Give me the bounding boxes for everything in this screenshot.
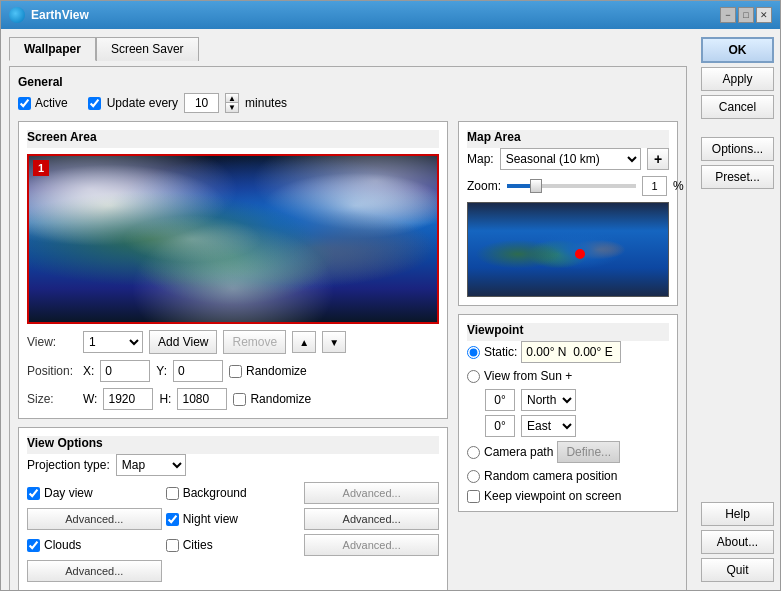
map-preview — [467, 202, 669, 297]
zoom-row: Zoom: % — [467, 176, 669, 196]
advanced-background-button[interactable]: Advanced... — [304, 482, 439, 504]
w-input[interactable] — [103, 388, 153, 410]
h-label: H: — [159, 392, 171, 406]
sun-label: View from Sun + — [484, 369, 572, 383]
preset-button[interactable]: Preset... — [701, 165, 774, 189]
spin-up-button[interactable]: ▲ — [225, 93, 239, 103]
advanced-clouds-button[interactable]: Advanced... — [27, 560, 162, 582]
background-checkbox[interactable] — [166, 487, 179, 500]
keep-viewpoint-checkbox[interactable] — [467, 490, 480, 503]
w-label: W: — [83, 392, 97, 406]
map-row: Map: Seasonal (10 km) + — [467, 148, 669, 170]
add-map-button[interactable]: + — [647, 148, 669, 170]
tab-bar: Wallpaper Screen Saver — [9, 37, 687, 61]
title-buttons: − □ ✕ — [720, 7, 772, 23]
advanced-cities-button[interactable]: Advanced... — [304, 534, 439, 556]
minimize-button[interactable]: − — [720, 7, 736, 23]
proj-select[interactable]: Map Globe Flat — [116, 454, 186, 476]
tab-wallpaper[interactable]: Wallpaper — [9, 37, 96, 61]
sun-controls-2: East West — [485, 415, 669, 437]
tab-screen-saver[interactable]: Screen Saver — [96, 37, 199, 61]
sun-controls-1: North South — [485, 389, 669, 411]
add-view-button[interactable]: Add View — [149, 330, 217, 354]
camera-path-label: Camera path — [484, 445, 553, 459]
vo-grid: Day view Background Advanced... Advanced… — [27, 482, 439, 582]
options-button[interactable]: Options... — [701, 137, 774, 161]
advanced-night-button[interactable]: Advanced... — [304, 508, 439, 530]
view-options-title: View Options — [27, 436, 439, 454]
screen-area-box: Screen Area 1 View: 1 — [18, 121, 448, 419]
background-label: Background — [183, 486, 247, 500]
y-input[interactable] — [173, 360, 223, 382]
view-select[interactable]: 1 — [83, 331, 143, 353]
main-area: Wallpaper Screen Saver General Active — [1, 29, 695, 590]
position-label: Position: — [27, 364, 77, 378]
randomize-size-label: Randomize — [250, 392, 311, 406]
remove-button[interactable]: Remove — [223, 330, 286, 354]
main-window: EarthView − □ ✕ Wallpaper Screen Saver G… — [0, 0, 781, 591]
apply-button[interactable]: Apply — [701, 67, 774, 91]
camera-path-radio[interactable] — [467, 446, 480, 459]
update-checkbox[interactable] — [88, 97, 101, 110]
sun-radio[interactable] — [467, 370, 480, 383]
h-input[interactable] — [177, 388, 227, 410]
sun-deg2-input[interactable] — [485, 415, 515, 437]
ok-button[interactable]: OK — [701, 37, 774, 63]
x-input[interactable] — [100, 360, 150, 382]
clouds-checkbox[interactable] — [27, 539, 40, 552]
title-bar-left: EarthView — [9, 7, 89, 23]
advanced-day-button[interactable]: Advanced... — [27, 508, 162, 530]
app-icon — [9, 7, 25, 23]
static-label: Static: — [484, 345, 517, 359]
zoom-label: Zoom: — [467, 179, 501, 193]
update-label: Update every — [107, 96, 178, 110]
define-button[interactable]: Define... — [557, 441, 620, 463]
update-value-input[interactable] — [184, 93, 219, 113]
randomize-pos-label: Randomize — [246, 364, 307, 378]
zoom-slider[interactable] — [507, 184, 636, 188]
nav-up-button[interactable]: ▲ — [292, 331, 316, 353]
cloud-overlay — [29, 156, 437, 322]
day-view-row: Day view — [27, 486, 162, 500]
active-checkbox[interactable] — [18, 97, 31, 110]
sun-dir2-select[interactable]: East West — [521, 415, 576, 437]
viewpoint-title: Viewpoint — [467, 323, 669, 341]
maximize-button[interactable]: □ — [738, 7, 754, 23]
about-button[interactable]: About... — [701, 530, 774, 554]
screen-area-title: Screen Area — [27, 130, 439, 148]
active-group: Active — [18, 96, 68, 110]
night-view-label: Night view — [183, 512, 238, 526]
map-select[interactable]: Seasonal (10 km) — [500, 148, 641, 170]
proj-label: Projection type: — [27, 458, 110, 472]
right-panel: Map Area Map: Seasonal (10 km) + Zoom: — [458, 121, 678, 590]
help-button[interactable]: Help — [701, 502, 774, 526]
left-panel: Screen Area 1 View: 1 — [18, 121, 448, 590]
close-button[interactable]: ✕ — [756, 7, 772, 23]
title-bar: EarthView − □ ✕ — [1, 1, 780, 29]
view-badge: 1 — [33, 160, 49, 176]
cities-checkbox[interactable] — [166, 539, 179, 552]
two-panel: Screen Area 1 View: 1 — [18, 121, 678, 590]
content-area: Wallpaper Screen Saver General Active — [1, 29, 780, 590]
static-radio[interactable] — [467, 346, 480, 359]
keep-viewpoint-label: Keep viewpoint on screen — [484, 489, 621, 503]
sun-dir1-select[interactable]: North South — [521, 389, 576, 411]
day-view-checkbox[interactable] — [27, 487, 40, 500]
map-location-dot — [575, 249, 585, 259]
general-title: General — [18, 75, 678, 93]
randomize-pos-checkbox[interactable] — [229, 365, 242, 378]
quit-button[interactable]: Quit — [701, 558, 774, 582]
night-view-checkbox[interactable] — [166, 513, 179, 526]
map-area-title: Map Area — [467, 130, 669, 148]
viewpoint-box: Viewpoint Static: View from Sun + — [458, 314, 678, 512]
random-camera-radio[interactable] — [467, 470, 480, 483]
nav-down-button[interactable]: ▼ — [322, 331, 346, 353]
map-area-box: Map Area Map: Seasonal (10 km) + Zoom: — [458, 121, 678, 306]
randomize-size-checkbox[interactable] — [233, 393, 246, 406]
zoom-value-input[interactable] — [642, 176, 667, 196]
sun-deg1-input[interactable] — [485, 389, 515, 411]
coord-input[interactable] — [521, 341, 621, 363]
size-label: Size: — [27, 392, 77, 406]
cancel-button[interactable]: Cancel — [701, 95, 774, 119]
spin-down-button[interactable]: ▼ — [225, 103, 239, 113]
